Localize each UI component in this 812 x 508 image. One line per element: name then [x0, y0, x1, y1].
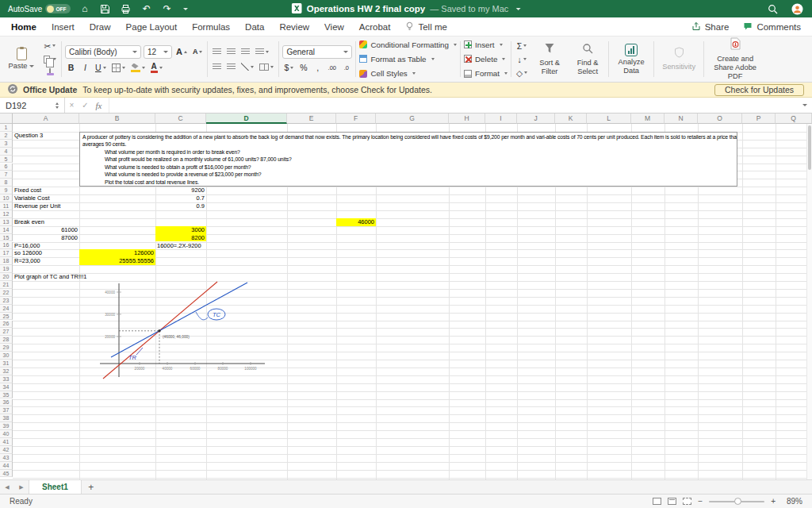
row-header-2[interactable]: 2	[0, 132, 13, 140]
row-header-30[interactable]: 30	[0, 352, 13, 360]
formula-input[interactable]	[109, 98, 798, 113]
row-header-44[interactable]: 44	[0, 462, 13, 470]
column-header-K[interactable]: K	[555, 114, 587, 124]
menu-tab-insert[interactable]: Insert	[52, 22, 75, 32]
menu-tab-view[interactable]: View	[324, 22, 344, 32]
cell-C14[interactable]: 3000	[155, 226, 206, 234]
cell-A13[interactable]: Break even	[13, 218, 79, 226]
save-icon[interactable]	[98, 2, 112, 16]
cell-A17[interactable]: so 126000	[13, 249, 79, 257]
row-header-39[interactable]: 39	[0, 422, 13, 430]
vertical-scrollbar[interactable]	[806, 124, 812, 479]
row-header-9[interactable]: 9	[0, 187, 13, 194]
cell-A14[interactable]: 61000	[13, 226, 79, 234]
decrease-font-button[interactable]: A	[191, 46, 205, 58]
align-left-button[interactable]	[211, 46, 223, 58]
cancel-entry-button[interactable]: ×	[65, 101, 79, 110]
column-header-C[interactable]: C	[155, 114, 206, 124]
toolbar-customize-chevron-icon[interactable]	[183, 8, 188, 10]
paste-button[interactable]: Paste	[4, 47, 39, 71]
formula-bar-collapse-icon[interactable]	[802, 104, 807, 106]
cell-F13[interactable]: 46000	[336, 218, 376, 226]
font-color-button[interactable]: A	[149, 62, 164, 74]
row-header-22[interactable]: 22	[0, 289, 13, 297]
row-header-34[interactable]: 34	[0, 383, 13, 391]
cell-C9[interactable]: 9200	[155, 187, 206, 194]
check-for-updates-button[interactable]: Check for Updates	[714, 84, 804, 96]
row-header-14[interactable]: 14	[0, 226, 13, 234]
increase-decimal-button[interactable]: .00	[326, 62, 338, 74]
format-cells-button[interactable]: Format	[464, 68, 508, 79]
add-sheet-button[interactable]: +	[82, 482, 101, 493]
merge-center-button[interactable]	[258, 61, 275, 73]
underline-button[interactable]: U	[94, 62, 108, 74]
format-as-table-button[interactable]: Format as Table	[359, 53, 434, 64]
cell-A2[interactable]: Question 3	[13, 132, 79, 140]
number-format-select[interactable]: General	[282, 45, 352, 59]
clear-button[interactable]: ◇	[515, 67, 529, 79]
row-header-32[interactable]: 32	[0, 368, 13, 375]
row-header-21[interactable]: 21	[0, 281, 13, 289]
row-header-3[interactable]: 3	[0, 140, 13, 148]
row-header-10[interactable]: 10	[0, 194, 13, 202]
sheet-tab-sheet1[interactable]: Sheet1	[29, 480, 82, 494]
row-header-12[interactable]: 12	[0, 210, 13, 218]
cell-A10[interactable]: Variable Cost	[13, 194, 79, 202]
insert-cells-button[interactable]: Insert	[464, 39, 503, 50]
format-painter-button[interactable]	[42, 67, 58, 79]
menu-tab-home[interactable]: Home	[11, 22, 36, 32]
decrease-decimal-button[interactable]: .0	[340, 62, 352, 74]
cell-A20[interactable]: Plot graph of TC and TR!!!1	[13, 273, 79, 281]
zoom-slider[interactable]	[709, 501, 764, 502]
column-header-Q[interactable]: Q	[776, 114, 812, 124]
row-header-20[interactable]: 20	[0, 273, 13, 281]
adobe-pdf-button[interactable]: Create and Share Adobe PDF	[707, 37, 763, 81]
column-header-G[interactable]: G	[376, 114, 449, 124]
confirm-entry-button[interactable]: ✓	[79, 101, 92, 110]
row-header-16[interactable]: 16	[0, 242, 13, 250]
cell-A18[interactable]: R=23,000	[13, 257, 79, 265]
undo-icon[interactable]: ↶	[140, 2, 153, 16]
cell-styles-button[interactable]: Cell Styles	[359, 68, 415, 79]
row-header-37[interactable]: 37	[0, 406, 13, 414]
menu-tab-page-layout[interactable]: Page Layout	[126, 22, 178, 32]
column-header-E[interactable]: E	[287, 114, 336, 124]
copy-button[interactable]	[42, 53, 58, 65]
row-header-38[interactable]: 38	[0, 414, 13, 422]
row-header-13[interactable]: 13	[0, 218, 13, 226]
column-header-N[interactable]: N	[665, 114, 698, 124]
align-right-button[interactable]	[239, 46, 251, 58]
row-header-27[interactable]: 27	[0, 328, 13, 336]
row-header-17[interactable]: 17	[0, 249, 13, 257]
cell-A9[interactable]: Fixed cost	[13, 187, 79, 194]
cell-A11[interactable]: Revenue per Unit	[13, 202, 79, 210]
conditional-formatting-button[interactable]: Conditional Formatting	[359, 39, 457, 50]
row-header-4[interactable]: 4	[0, 148, 13, 156]
menu-tab-review[interactable]: Review	[279, 22, 309, 32]
cell-C15[interactable]: 8200	[155, 234, 206, 242]
delete-cells-button[interactable]: Delete	[464, 53, 505, 64]
row-header-23[interactable]: 23	[0, 297, 13, 305]
sheet-prev-icon[interactable]: ◀	[0, 484, 14, 491]
menu-tab-draw[interactable]: Draw	[90, 22, 111, 32]
spreadsheet-grid[interactable]: A producer of pottery is considering the…	[0, 114, 812, 479]
italic-button[interactable]: I	[79, 62, 91, 74]
row-header-33[interactable]: 33	[0, 375, 13, 383]
document-title-area[interactable]: Operations HW 2 final copy — Saved to my…	[292, 0, 521, 17]
menu-tab-data[interactable]: Data	[245, 22, 264, 32]
column-header-O[interactable]: O	[698, 114, 742, 124]
row-header-25[interactable]: 25	[0, 313, 13, 321]
column-header-H[interactable]: H	[449, 114, 485, 124]
autosum-button[interactable]: Σ	[515, 40, 529, 52]
cell-C16[interactable]: 16000=.2X-9200	[155, 242, 206, 250]
column-header-M[interactable]: M	[631, 114, 665, 124]
find-select-button[interactable]: Find & Select	[570, 42, 605, 76]
page-layout-view-icon[interactable]	[668, 498, 676, 505]
align-middle-button[interactable]	[225, 61, 237, 73]
sheet-next-icon[interactable]: ▶	[14, 484, 29, 491]
row-header-40[interactable]: 40	[0, 430, 13, 438]
page-break-view-icon[interactable]	[683, 498, 691, 505]
column-header-D[interactable]: D	[206, 114, 287, 124]
redo-icon[interactable]: ↷	[160, 2, 174, 16]
home-icon[interactable]: ⌂	[78, 2, 91, 16]
